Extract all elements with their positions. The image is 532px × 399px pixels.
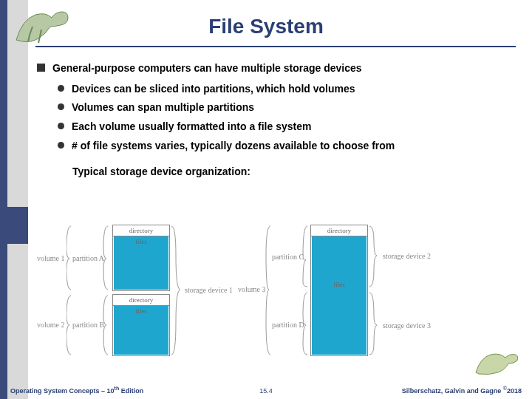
edge-strip: [0, 0, 7, 399]
vol3-label: volume 3: [238, 285, 266, 293]
vol1-label: volume 1: [37, 254, 65, 262]
pb-label: partition B: [72, 321, 104, 329]
sub-bullet: Devices can be sliced into partitions, w…: [58, 81, 510, 98]
sd1-text: storage device 1: [185, 286, 233, 294]
bullet-top: General-purpose computers can have multi…: [37, 61, 510, 77]
sub-bullet: Each volume usually formatted into a fil…: [58, 119, 510, 135]
circle-bullet-icon: [58, 142, 64, 149]
dir-label: directory: [311, 225, 367, 236]
vol2-label: volume 2: [37, 321, 65, 329]
sub-bullet-text: # of file systems varies, typically doze…: [72, 138, 395, 154]
footer-right: Silberschatz, Galvin and Gagne ©2018: [402, 386, 522, 395]
sub-bullet: Volumes can span multiple partitions: [58, 100, 510, 116]
dino-bottom-right-icon: [473, 349, 522, 378]
square-bullet-icon: [37, 64, 45, 72]
files-label: files: [114, 306, 168, 315]
circle-bullet-icon: [58, 103, 64, 110]
bullet-top-text: General-purpose computers can have multi…: [52, 61, 362, 77]
circle-bullet-icon: [58, 123, 64, 129]
sub-bullet-text: Each volume usually formatted into a fil…: [72, 119, 311, 135]
circle-bullet-icon: [58, 85, 64, 92]
dir-label: directory: [113, 225, 169, 236]
partition-a-fill: files: [114, 236, 168, 290]
sub-bullet-text: Volumes can span multiple partitions: [72, 100, 254, 116]
footer: Operating System Concepts – 10th Edition…: [0, 383, 532, 399]
svg-text:storage device 2: storage device 2: [383, 252, 431, 260]
title-rule: [35, 46, 516, 47]
pc-label: partition C: [272, 253, 304, 261]
svg-text:storage device 3: storage device 3: [383, 321, 431, 330]
files-label: files: [312, 236, 366, 288]
pa-label: partition A: [72, 254, 104, 262]
slide-title: File System: [0, 15, 532, 38]
sub-bullet: # of file systems varies, typically doze…: [58, 138, 510, 154]
pd-label: partition D: [272, 321, 304, 329]
storage-diagram: storage device 1 storage device 2 storag…: [66, 219, 480, 359]
content-area: General-purpose computers can have multi…: [37, 61, 510, 180]
partition-cd-fill: files: [312, 236, 366, 355]
partition-b-fill: files: [114, 306, 168, 355]
files-label: files: [114, 236, 168, 245]
dir-label: directory: [113, 295, 169, 306]
sub-bullet-text: Devices can be sliced into partitions, w…: [72, 81, 355, 98]
diagram-caption: Typical storage device organization:: [72, 164, 510, 180]
